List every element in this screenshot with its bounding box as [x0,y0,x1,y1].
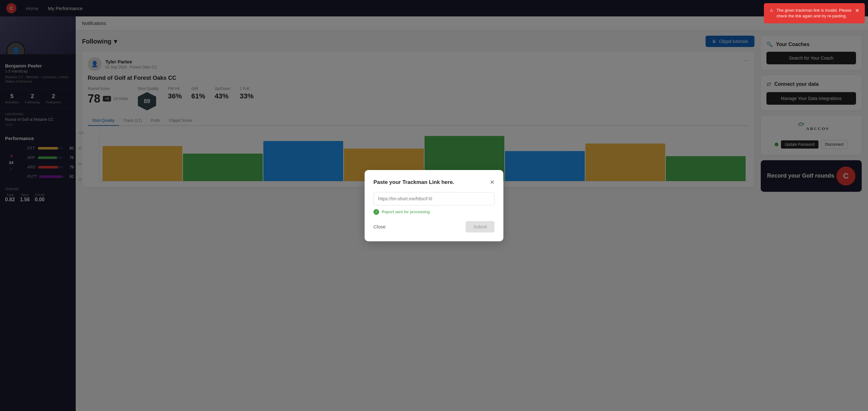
modal-success-msg: ✓ Report sent for processing [373,209,495,215]
trackman-link-input[interactable] [373,192,495,205]
toast-close-button[interactable]: ✕ [855,7,859,13]
modal-submit-button[interactable]: Submit [466,221,495,232]
toast-warning-icon: ⚠ [770,7,773,13]
modal-overlay[interactable]: Paste your Trackman Link here. ✕ ✓ Repor… [0,0,868,411]
modal-close-x-button[interactable]: ✕ [490,179,495,186]
toast-message: The given trackman link is invalid. Plea… [777,7,852,19]
modal-header: Paste your Trackman Link here. ✕ [373,179,495,186]
error-toast: ⚠ The given trackman link is invalid. Pl… [764,3,865,23]
modal-footer: Close Submit [373,221,495,232]
trackman-modal: Paste your Trackman Link here. ✕ ✓ Repor… [365,170,503,241]
modal-close-button[interactable]: Close [373,224,385,229]
success-text: Report sent for processing [382,210,430,214]
modal-title: Paste your Trackman Link here. [373,179,454,186]
success-check-icon: ✓ [373,209,379,215]
